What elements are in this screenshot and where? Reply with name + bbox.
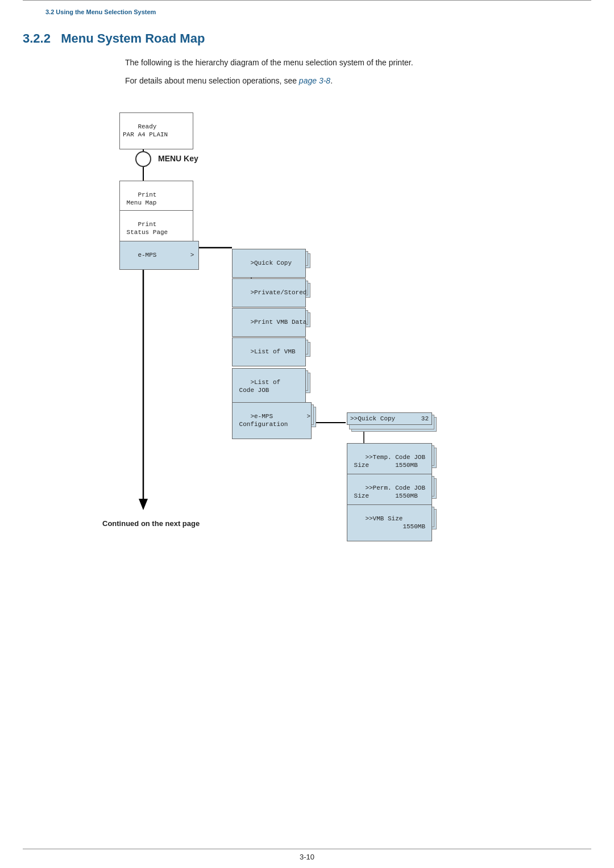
ready-box: Ready PAR A4 PLAIN (119, 112, 193, 149)
body-para2: For details about menu selection operati… (125, 74, 591, 87)
list-vmb-box: >List of VMB (232, 337, 306, 366)
qq-copy-box: >>Quick Copy 32 (347, 412, 432, 425)
private-stored-box: >Private/Stored (232, 278, 306, 307)
list-code-box: >List of Code JOB (232, 368, 306, 405)
menu-key-label: MENU Key (158, 154, 198, 163)
continued-label: Continued on the next page (102, 519, 200, 528)
diagram-lines (91, 101, 591, 584)
body-para1: The following is the hierarchy diagram o… (125, 56, 591, 69)
quick-copy-box: >Quick Copy (232, 249, 306, 278)
svg-marker-6 (139, 499, 148, 510)
vmb-size-box: >>VMB Size 1550MB (347, 504, 432, 541)
page-link[interactable]: page 3-8 (299, 76, 330, 85)
menu-key-circle (135, 151, 151, 167)
emps-box: e-MPS > (119, 241, 199, 270)
page-number: 3-10 (0, 849, 614, 868)
chapter-title: 3.2.2 Menu System Road Map (23, 31, 591, 46)
emps-config-box: >e-MPS > Configuration (232, 402, 312, 439)
print-vmb-box: >Print VMB Data (232, 308, 306, 337)
section-header: 3.2 Using the Menu Selection System (45, 5, 569, 15)
diagram-area: Ready PAR A4 PLAIN MENU Key Print Menu M… (91, 101, 591, 584)
